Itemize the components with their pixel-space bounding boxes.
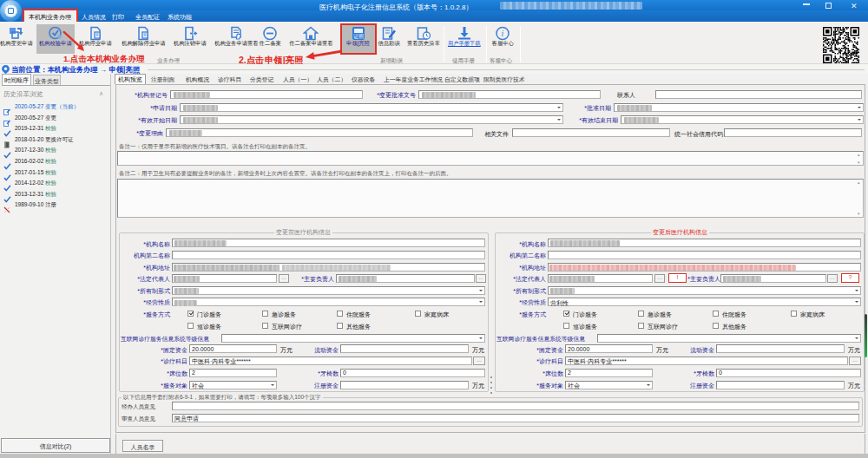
svg-text:i: i <box>502 29 504 38</box>
